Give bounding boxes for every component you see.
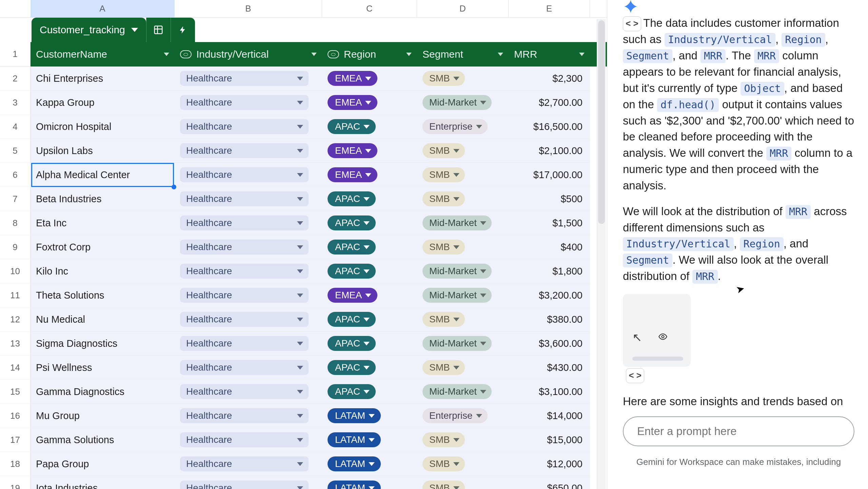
cell-segment[interactable]: SMB [417,307,509,332]
header-region[interactable]: ⬭ Region [322,49,417,60]
cell-customername[interactable]: Kilo Inc [31,259,175,283]
segment-chip[interactable]: SMB [422,71,465,86]
cell-mrr[interactable]: $650.00 [509,476,590,489]
region-chip[interactable]: EMEA [328,143,377,158]
industry-dropdown[interactable]: Healthcare [180,360,309,375]
industry-dropdown[interactable]: Healthcare [180,432,309,447]
cell-customername[interactable]: Omicron Hospital [31,115,175,139]
region-chip[interactable]: LATAM [328,432,381,447]
segment-chip[interactable]: SMB [422,432,465,447]
row-number[interactable]: 15 [0,380,31,404]
cell-region[interactable]: LATAM [322,452,417,476]
cell-customername[interactable]: Theta Solutions [31,283,175,307]
header-customername[interactable]: CustomerName [31,49,175,60]
cell-mrr[interactable]: $430.00 [509,356,590,380]
cell-customername[interactable]: Sigma Diagnostics [31,332,175,356]
segment-chip[interactable]: SMB [422,143,465,158]
cell-mrr[interactable]: $3,200.00 [509,283,590,307]
header-segment[interactable]: Segment [417,49,509,60]
industry-dropdown[interactable]: Healthcare [180,481,309,489]
segment-chip[interactable]: SMB [422,481,465,489]
cell-industry[interactable]: Healthcare [175,187,322,211]
cell-industry[interactable]: Healthcare [175,139,322,163]
cell-mrr[interactable]: $380.00 [509,307,590,332]
row-number[interactable]: 1 [0,42,31,67]
region-chip[interactable]: APAC [328,312,376,327]
cell-industry[interactable]: Healthcare [175,380,322,404]
industry-dropdown[interactable]: Healthcare [180,71,309,86]
segment-chip[interactable]: SMB [422,240,465,255]
cell-segment[interactable]: SMB [417,139,509,163]
industry-dropdown[interactable]: Healthcare [180,240,309,255]
cell-region[interactable]: EMEA [322,283,417,307]
cell-mrr[interactable]: $500 [509,187,590,211]
industry-dropdown[interactable]: Healthcare [180,95,309,110]
segment-chip[interactable]: SMB [422,191,465,206]
region-chip[interactable]: LATAM [328,481,381,489]
cell-segment[interactable]: SMB [417,163,509,187]
row-number[interactable]: 12 [0,307,31,332]
industry-dropdown[interactable]: Healthcare [180,384,309,399]
industry-dropdown[interactable]: Healthcare [180,119,309,134]
cell-segment[interactable]: Mid-Market [417,283,509,307]
segment-chip[interactable]: Mid-Market [422,336,492,351]
cell-customername[interactable]: Gamma Diagnostics [31,380,175,404]
row-number[interactable]: 16 [0,404,31,428]
cell-region[interactable]: APAC [322,332,417,356]
row-number[interactable]: 4 [0,115,31,139]
industry-dropdown[interactable]: Healthcare [180,143,309,158]
cell-customername[interactable]: Eta Inc [31,211,175,235]
code-toggle-button[interactable]: < > [626,368,644,383]
segment-chip[interactable]: SMB [422,167,465,182]
eye-icon[interactable] [656,329,670,346]
region-chip[interactable]: APAC [328,215,376,230]
selection-fill-handle[interactable] [172,185,176,189]
column-letter-A[interactable]: A [31,0,175,17]
industry-dropdown[interactable]: Healthcare [180,336,309,351]
cell-segment[interactable]: SMB [417,67,509,91]
region-chip[interactable]: APAC [328,336,376,351]
segment-chip[interactable]: Mid-Market [422,95,492,110]
row-number[interactable]: 9 [0,235,31,259]
cell-customername[interactable]: Iota Industries [31,476,175,489]
row-number[interactable]: 5 [0,139,31,163]
column-letter-D[interactable]: D [417,0,509,17]
cell-industry[interactable]: Healthcare [175,428,322,452]
cell-mrr[interactable]: $3,100.00 [509,380,590,404]
cell-industry[interactable]: Healthcare [175,332,322,356]
cell-segment[interactable]: SMB [417,452,509,476]
cell-customername[interactable]: Gamma Solutions [31,428,175,452]
industry-dropdown[interactable]: Healthcare [180,264,309,279]
cell-customername[interactable]: Mu Group [31,404,175,428]
cell-mrr[interactable]: $2,100.00 [509,139,590,163]
cell-mrr[interactable]: $1,800 [509,259,590,283]
row-number[interactable]: 14 [0,356,31,380]
column-letter-E[interactable]: E [509,0,590,17]
cell-region[interactable]: APAC [322,259,417,283]
cell-customername[interactable]: Upsilon Labs [31,139,175,163]
cell-industry[interactable]: Healthcare [175,235,322,259]
region-chip[interactable]: EMEA [328,95,377,110]
row-number[interactable]: 10 [0,259,31,283]
cell-mrr[interactable]: $16,500.00 [509,115,590,139]
segment-chip[interactable]: Enterprise [422,119,488,134]
expand-icon[interactable]: ↖ [632,329,642,346]
header-industry[interactable]: ⬭ Industry/Vertical [175,49,322,60]
cell-industry[interactable]: Healthcare [175,115,322,139]
cell-industry[interactable]: Healthcare [175,404,322,428]
prompt-input[interactable] [637,425,840,438]
cell-mrr[interactable]: $2,700.00 [509,91,590,115]
industry-dropdown[interactable]: Healthcare [180,215,309,230]
region-chip[interactable]: APAC [328,191,376,206]
industry-dropdown[interactable]: Healthcare [180,167,309,182]
segment-chip[interactable]: Mid-Market [422,384,492,399]
cell-mrr[interactable]: $3,600.00 [509,332,590,356]
segment-chip[interactable]: Mid-Market [422,215,492,230]
region-chip[interactable]: APAC [328,240,376,255]
cell-region[interactable]: APAC [322,356,417,380]
region-chip[interactable]: APAC [328,264,376,279]
industry-dropdown[interactable]: Healthcare [180,408,309,423]
row-number[interactable]: 8 [0,211,31,235]
cell-segment[interactable]: SMB [417,235,509,259]
industry-dropdown[interactable]: Healthcare [180,312,309,327]
